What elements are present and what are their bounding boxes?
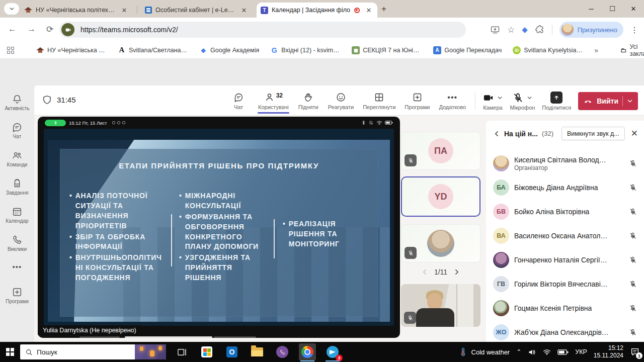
sidebar-item-teams[interactable]: Команди [0,150,34,167]
bookmarks-overflow-icon[interactable]: » [594,46,598,54]
participant-video-tile[interactable]: ПА [401,132,480,170]
microphone-button[interactable]: Мікрофон [510,92,535,111]
file-explorer-taskbar-icon[interactable] [249,343,266,360]
sidebar-item-calendar[interactable]: Календар [0,206,34,224]
share-button[interactable]: Поділитися [542,92,571,111]
url-field[interactable]: https://teams.microsoft.com/v2/ [59,22,466,38]
panel-count: (32) [542,130,553,137]
clock[interactable]: 15:12 15.11.2024 [594,344,623,359]
sidebar-item-chat[interactable]: Чат [0,122,34,139]
self-video-tile[interactable] [401,284,480,327]
participant-row[interactable]: Гончаренко Наталія Сергіївна [486,248,644,272]
toolbar-tab-participants[interactable]: 32 Користувачі [256,88,291,114]
taskbar-search-input[interactable]: Пошук [20,344,166,359]
outlook-taskbar-icon[interactable]: O [223,343,240,360]
participant-row[interactable]: ВА Василенко Оксана Анатоліївна [486,224,644,248]
new-tab-button[interactable]: + [381,4,386,14]
store-taskbar-icon[interactable] [198,343,215,360]
sidebar-item-apps[interactable]: Програми [0,287,34,304]
bookmark-item[interactable]: ASvitlana/Светлана К... [118,46,188,54]
browser-menu-icon[interactable]: ⋮ [630,25,639,35]
task-view-button[interactable] [173,343,190,360]
tab-close-icon[interactable]: ✕ [240,6,248,14]
browser-tab-2[interactable]: Особистий кабінет | e-Learnin ✕ [141,3,254,18]
camera-button[interactable]: Камера [482,92,503,111]
bookmark-item[interactable]: GВхідні (12) - ksvim3... [270,46,341,54]
participant-row[interactable]: Гоцман Ксенія Петрівна [486,296,644,320]
network-wifi-icon[interactable] [543,348,551,356]
back-icon[interactable]: ← [8,24,17,34]
participant-row[interactable]: БВ Бойко Аліна Вікторівна [486,200,644,224]
sidebar-item-assignments[interactable]: Завдання [0,178,34,196]
install-app-icon[interactable] [490,25,500,35]
browser-tab-1[interactable]: НУ «Чернігівська політехніка» ✕ [20,3,135,18]
url-text[interactable]: https://teams.microsoft.com/v2/ [80,26,178,34]
participant-row[interactable]: ГВ Горілик Вікторія Вячеславівна [486,272,644,296]
bookmark-item[interactable]: ▦СЕКЦІЯ 7 на Юніст... [352,46,422,54]
panel-title: На цій н... [504,130,538,138]
apps-grid-icon[interactable] [7,47,14,54]
panel-close-icon[interactable]: ✕ [631,128,638,139]
forward-icon[interactable]: → [27,24,36,34]
chevron-down-icon[interactable] [527,95,532,101]
tab-search-button[interactable] [4,3,19,15]
leave-button[interactable]: Вийти [578,92,638,110]
start-button[interactable] [0,342,20,362]
scholar-extension-icon[interactable]: ◆ [522,25,528,34]
mute-all-button[interactable]: Вимкнути звук д... [561,127,625,140]
scrollbar-segment[interactable] [79,336,120,338]
bookmark-star-icon[interactable]: ☆ [507,25,515,35]
mic-off-icon [405,154,417,166]
language-indicator[interactable]: УКР [575,348,587,355]
viber-taskbar-icon[interactable] [274,343,291,360]
divider [475,93,475,110]
participant-video-tile[interactable] [401,224,480,262]
telegram-taskbar-icon[interactable]: 3 [324,343,341,360]
profile-chip[interactable]: Призупинено [559,22,623,38]
search-highlight-image[interactable] [135,344,166,359]
chrome-taskbar-icon[interactable] [299,343,316,360]
page-next-icon[interactable] [453,268,460,276]
toolbar-tab-view[interactable]: Переглянути [360,88,398,114]
sidebar-more-icon[interactable]: ••• [0,262,34,271]
sidebar-item-activity[interactable]: Активність [0,94,34,111]
page-previous-icon[interactable] [421,268,428,276]
notification-center-button[interactable]: 1 [630,347,640,357]
window-maximize-button[interactable]: ☐ [602,0,623,18]
thermometer-icon [458,347,467,356]
toolbar-tab-apps[interactable]: Програми [402,88,432,114]
volume-icon[interactable] [528,348,536,356]
participant-row[interactable]: Киселиця Світлана Володим...Організатор [486,151,644,175]
tab-close-icon[interactable]: ✕ [120,6,128,14]
weather-widget[interactable]: Cold weather [458,347,510,356]
participant-row[interactable]: БА Біжовець Діана Андріївна [486,175,644,200]
tray-overflow-icon[interactable]: ⌃ [516,348,521,355]
panel-back-icon[interactable] [493,130,500,137]
chevron-down-icon[interactable] [497,95,503,101]
toolbar-tab-more[interactable]: •••Додатково [436,88,468,114]
bookmark-item[interactable]: НУ «Чернігівська п... [36,47,107,54]
bookmark-item[interactable]: ◆Google Академія [199,46,259,54]
window-minimize-button[interactable]: ─ [581,0,602,18]
sidebar-item-calls[interactable]: Виклики [0,234,34,252]
bookmark-item[interactable]: AGoogle Перекладач [433,46,502,54]
participant-row[interactable]: ЖО Жаб'юк Діана Олександрівна [486,320,644,342]
toolbar-tab-chat[interactable]: Чат [225,88,252,114]
window-close-button[interactable]: ✕ [623,0,644,18]
scrollbar-thumb[interactable] [125,336,212,338]
telegram-badge: 3 [336,354,343,361]
tab-close-icon[interactable]: ✕ [365,6,373,14]
scrollbar-segment[interactable] [214,336,256,338]
chevron-down-icon[interactable] [627,98,633,104]
browser-tab-3-active[interactable]: T Календар | Засідання філо ✕ [257,3,377,18]
battery-icon[interactable] [557,349,569,355]
camera-in-use-icon[interactable] [61,23,74,36]
participant-video-tile-active[interactable]: YD [401,176,480,217]
all-bookmarks-button[interactable]: 🗀Усі закладки [620,43,644,57]
toolbar-tab-react[interactable]: Реагувати [326,88,356,114]
extensions-puzzle-icon[interactable] [535,25,545,35]
reload-icon[interactable]: ⟳ [46,24,53,35]
toolbar-tab-raise-hand[interactable]: Підняти [295,88,321,114]
bookmark-item[interactable]: iDSvitlana Kyselytsia (... [513,46,583,54]
tab-title: НУ «Чернігівська політехніка» [36,7,115,14]
